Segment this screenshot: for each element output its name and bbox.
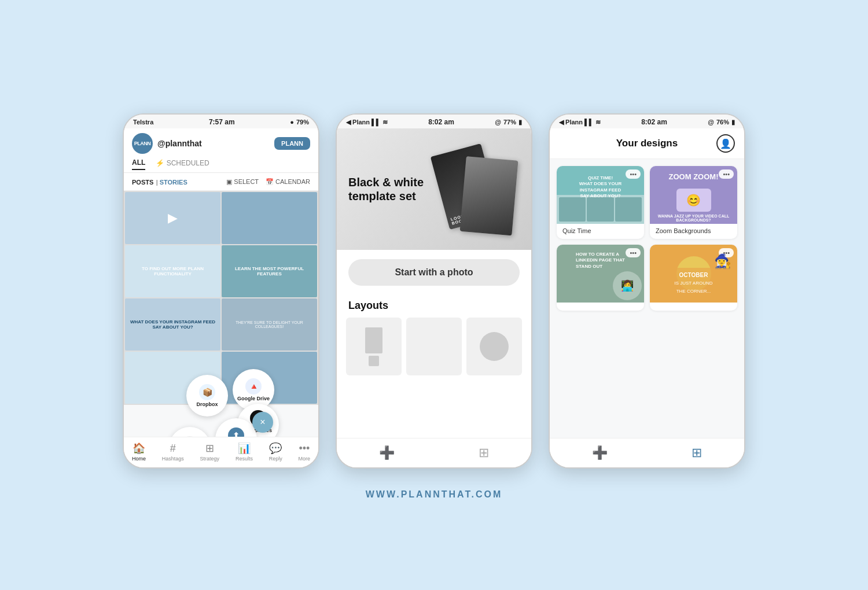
close-float-menu-button[interactable]: ×: [252, 412, 273, 433]
content-grid: ▶ TO FIND OUT MORE PLANN FUNCTIONALITY L…: [124, 191, 318, 405]
select-icon: ▣: [226, 178, 232, 186]
grid-item[interactable]: TO FIND OUT MORE PLANN FUNCTIONALITY: [125, 245, 220, 297]
profile-row: PLANN @plannthat PLANN: [132, 133, 310, 154]
carrier-signal: ◀ Plann ▌▌ ≋: [559, 119, 601, 126]
nav-label: Strategy: [200, 456, 220, 462]
nav-label: Reply: [269, 456, 282, 462]
phone-1-header: PLANN @plannthat PLANN ALL ⚡ SCHEDULED: [124, 128, 318, 173]
grid-button[interactable]: ⊞: [692, 445, 702, 460]
grid-item[interactable]: WHAT DOES YOUR INSTAGRAM FEED SAY ABOUT …: [125, 298, 220, 351]
content-nav-row: POSTS | STORIES ▣ SELECT 📅 CALENDAR: [124, 173, 318, 191]
status-right: @ 77% ▮: [495, 119, 522, 126]
phone-2: ◀ Plann ▌▌ ≋ 8:02 am @ 77% ▮ Black & whi…: [336, 113, 532, 469]
nav-label: Home: [132, 456, 146, 462]
action-buttons: ▣ SELECT 📅 CALENDAR: [226, 178, 310, 186]
grid-item[interactable]: [222, 192, 317, 244]
grid-text: TO FIND OUT MORE PLANN FUNCTIONALITY: [127, 266, 218, 276]
phone-3: ◀ Plann ▌▌ ≋ 8:02 am @ 76% ▮ Your design…: [549, 113, 745, 469]
layout-preview: [369, 356, 379, 366]
carrier-signal: ◀ Plann ▌▌ ≋: [346, 119, 388, 126]
strategy-icon: ⊞: [205, 442, 214, 455]
design-card-october[interactable]: ••• 🧙‍♀️ OCTOBERIS JUST AROUNDTHE CORNER…: [650, 245, 737, 311]
select-button[interactable]: ▣ SELECT: [226, 178, 259, 186]
grid-button[interactable]: ⊞: [479, 445, 489, 460]
design-label: Zoom Backgrounds: [650, 224, 737, 239]
hero-title: Black & white template set: [348, 175, 429, 203]
time-display: 8:02 am: [641, 118, 667, 126]
nav-home[interactable]: 🏠 Home: [132, 442, 146, 462]
phone-2-bottom-bar: ➕ ⊞: [337, 438, 531, 467]
results-icon: 📊: [238, 442, 251, 455]
nav-hashtags[interactable]: # Hashtags: [162, 443, 184, 462]
posts-tab[interactable]: POSTS: [132, 179, 153, 186]
design-label: Quiz Time: [557, 224, 644, 239]
carrier-signal: Telstra: [133, 119, 153, 126]
more-options-button[interactable]: •••: [626, 248, 641, 257]
nav-strategy[interactable]: ⊞ Strategy: [200, 442, 220, 462]
battery-level: 79%: [296, 119, 309, 126]
grid-text: THEY'RE SURE TO DELIGHT YOUR COLLEAGUES!: [222, 318, 317, 331]
screenshots-row: Telstra 7:57 am ● 79% PLANN @plannthat P…: [123, 113, 745, 469]
posts-stories-tabs: POSTS | STORIES: [132, 176, 187, 187]
layout-item-single[interactable]: [346, 318, 402, 375]
designs-grid: ••• QUIZ TIME!WHAT DOES YOURINSTAGRAM FE…: [550, 159, 744, 318]
account-button[interactable]: 👤: [716, 134, 735, 153]
dropbox-button[interactable]: 📦 Dropbox: [186, 375, 228, 416]
plann-button[interactable]: PLANN: [274, 137, 310, 150]
start-with-photo-button[interactable]: Start with a photo: [348, 259, 520, 286]
design-thumbnail: ••• 🧙‍♀️ OCTOBERIS JUST AROUNDTHE CORNER…: [650, 245, 737, 303]
phone-3-screen: ◀ Plann ▌▌ ≋ 8:02 am @ 76% ▮ Your design…: [550, 115, 744, 467]
design-card-linkedin[interactable]: ••• HOW TO CREATE ALINKEDIN PAGE THATSTA…: [557, 245, 644, 311]
grid-item[interactable]: ▶: [125, 192, 220, 244]
nav-label: Results: [236, 456, 253, 462]
phone-1-screen: Telstra 7:57 am ● 79% PLANN @plannthat P…: [124, 115, 318, 467]
grid-text: LEARN THE MOST POWERFUL FEATURES: [224, 266, 315, 276]
design-label: [650, 303, 737, 311]
time-display: 7:57 am: [209, 118, 235, 126]
phone-3-bottom-bar: ➕ ⊞: [550, 438, 744, 467]
hero-section: Black & white template set LOOKBOOK: [337, 128, 531, 250]
avatar: PLANN: [132, 133, 153, 154]
design-card-zoom[interactable]: ••• ZOOM ZOOM! 😊 WANNA JAZZ UP YOUR VIDE…: [650, 166, 737, 239]
nav-more[interactable]: ••• More: [299, 443, 311, 462]
nav-reply[interactable]: 💬 Reply: [269, 442, 282, 462]
tab-all[interactable]: ALL: [132, 158, 145, 170]
grid-item[interactable]: LEARN THE MOST POWERFUL FEATURES: [222, 245, 317, 297]
status-right: ● 79%: [290, 119, 309, 126]
status-right: @ 76% ▮: [708, 119, 735, 126]
layouts-section-title: Layouts: [337, 295, 531, 318]
home-icon: 🏠: [133, 442, 145, 455]
bottom-nav: 🏠 Home # Hashtags ⊞ Strategy 📊 Results 💬: [124, 437, 318, 467]
stories-tab[interactable]: STORIES: [160, 179, 187, 186]
design-card-quiz-time[interactable]: ••• QUIZ TIME!WHAT DOES YOURINSTAGRAM FE…: [557, 166, 644, 239]
hashtag-icon: #: [170, 443, 176, 455]
nav-results[interactable]: 📊 Results: [236, 442, 253, 462]
layout-item-circle[interactable]: [466, 318, 522, 375]
design-thumbnail: ••• ZOOM ZOOM! 😊 WANNA JAZZ UP YOUR VIDE…: [650, 166, 737, 224]
person-icon: 👤: [720, 138, 731, 149]
your-designs-title: Your designs: [578, 138, 716, 149]
battery-bar: ▮: [518, 119, 522, 126]
more-options-button[interactable]: •••: [719, 169, 734, 179]
battery-icon: @: [708, 119, 714, 126]
add-button[interactable]: ➕: [379, 445, 395, 460]
time-display: 8:02 am: [428, 118, 454, 126]
design-overlay-text: OCTOBERIS JUST AROUNDTHE CORNER...: [650, 268, 737, 298]
lightning-icon: ⚡: [156, 159, 164, 167]
grid-item[interactable]: THEY'RE SURE TO DELIGHT YOUR COLLEAGUES!: [222, 298, 317, 351]
battery-level: 77%: [503, 119, 516, 126]
photo-card-2: [459, 156, 518, 235]
calendar-icon: 📅: [266, 178, 274, 186]
phone-1-status-bar: Telstra 7:57 am ● 79%: [124, 115, 318, 128]
hero-photos: LOOKBOOK: [424, 128, 531, 250]
calendar-button[interactable]: 📅 CALENDAR: [266, 178, 310, 186]
add-button[interactable]: ➕: [592, 445, 608, 460]
design-overlay-text: HOW TO CREATE ALINKEDIN PAGE THATSTAND O…: [571, 245, 630, 274]
tab-scheduled[interactable]: ⚡ SCHEDULED: [156, 159, 209, 169]
battery-bar: ▮: [731, 119, 735, 126]
layout-preview: [365, 327, 382, 353]
tabs-row: ALL ⚡ SCHEDULED: [132, 158, 310, 172]
layout-item-split[interactable]: [406, 318, 462, 375]
battery-level: 76%: [716, 119, 729, 126]
dropbox-icon: 📦: [199, 384, 215, 400]
